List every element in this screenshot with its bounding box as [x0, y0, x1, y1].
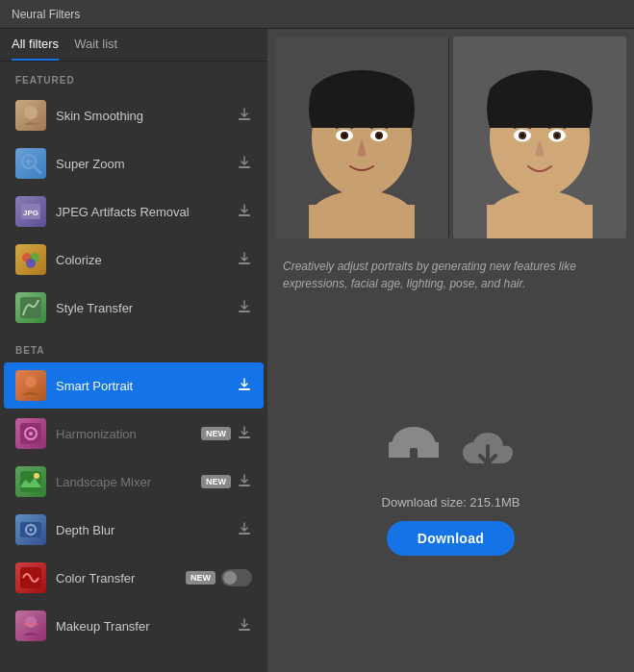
- tabs-container: All filters Wait list: [0, 29, 267, 62]
- download-icon-style-transfer: [237, 299, 252, 317]
- svg-point-41: [342, 134, 346, 137]
- filter-item-depth-blur[interactable]: Depth Blur: [4, 507, 264, 553]
- main-content: Creatively adjust portraits by generatin…: [267, 29, 634, 672]
- badge-new-color-transfer: New: [186, 571, 216, 585]
- section-label-featured: FEATURED: [0, 62, 267, 91]
- svg-point-30: [25, 616, 37, 628]
- filter-icon-color-transfer: [15, 562, 46, 593]
- filter-item-landscape-mixer[interactable]: Landscape Mixer New: [4, 459, 264, 505]
- download-icon-harmonization: [237, 425, 252, 443]
- download-icon-jpeg-artifacts: [237, 203, 252, 221]
- svg-rect-61: [526, 176, 532, 193]
- filter-item-style-transfer[interactable]: Style Transfer: [4, 285, 264, 331]
- filter-name-jpeg-artifacts: JPEG Artifacts Removal: [56, 205, 237, 219]
- download-button[interactable]: Download: [387, 521, 515, 556]
- filter-item-super-zoom[interactable]: Super Zoom: [4, 140, 264, 187]
- filter-name-super-zoom: Super Zoom: [56, 157, 237, 171]
- download-icon-colorize: [237, 251, 252, 269]
- preview-image-original: [275, 37, 449, 238]
- download-icon-depth-blur: [237, 521, 252, 539]
- svg-rect-13: [239, 262, 250, 264]
- filter-name-color-transfer: Color Transfer: [56, 571, 186, 585]
- filter-icon-colorize: [15, 244, 46, 275]
- filter-name-makeup-transfer: Makeup Transfer: [56, 619, 237, 634]
- filter-name-colorize: Colorize: [56, 253, 237, 267]
- svg-marker-69: [402, 460, 425, 471]
- title-bar: Neural Filters: [0, 0, 634, 29]
- svg-rect-1: [239, 118, 250, 120]
- filter-item-smart-portrait[interactable]: Smart Portrait: [4, 362, 264, 409]
- svg-rect-15: [239, 311, 250, 312]
- filter-name-landscape-mixer: Landscape Mixer: [56, 475, 201, 489]
- filter-icon-harmonization: [15, 418, 46, 449]
- preview-image-processed: [453, 37, 627, 238]
- svg-point-44: [377, 134, 381, 137]
- super-zoom-icon-svg: [17, 150, 44, 177]
- badge-new-harmonization: New: [201, 427, 231, 440]
- svg-rect-46: [348, 176, 354, 193]
- svg-point-27: [30, 529, 33, 532]
- svg-rect-63: [542, 174, 547, 193]
- svg-rect-6: [239, 166, 250, 168]
- toggle-color-transfer[interactable]: [221, 569, 252, 586]
- svg-point-20: [29, 432, 33, 436]
- filter-item-color-transfer[interactable]: Color Transfer New: [4, 555, 264, 601]
- tab-all-filters[interactable]: All filters: [12, 37, 59, 61]
- filter-icon-style-transfer: [15, 292, 46, 323]
- filter-item-jpeg-artifacts[interactable]: JPG JPEG Artifacts Removal: [4, 188, 264, 235]
- filter-name-skin-smoothing: Skin Smoothing: [56, 109, 237, 123]
- svg-rect-36: [309, 205, 415, 238]
- makeup-transfer-icon-svg: [17, 612, 44, 639]
- description-area: Creatively adjust portraits by generatin…: [267, 246, 634, 304]
- title-bar-text: Neural Filters: [12, 8, 80, 21]
- svg-point-56: [520, 134, 524, 137]
- badge-new-landscape-mixer: New: [201, 475, 231, 488]
- cloud-download-icon-svg: [383, 421, 444, 473]
- download-icon-landscape-mixer: [237, 473, 252, 491]
- svg-rect-51: [487, 205, 593, 238]
- preview-area: [267, 29, 634, 246]
- filter-icon-landscape-mixer: [15, 466, 46, 497]
- filter-icon-makeup-transfer: [15, 610, 46, 641]
- svg-point-16: [25, 376, 37, 387]
- svg-line-3: [34, 166, 40, 173]
- style-transfer-icon-svg: [17, 294, 44, 321]
- tab-wait-list[interactable]: Wait list: [74, 37, 117, 61]
- description-text: Creatively adjust portraits by generatin…: [283, 260, 576, 290]
- svg-point-12: [26, 259, 36, 268]
- cloud-download-overlay-svg: [457, 421, 519, 473]
- filter-name-depth-blur: Depth Blur: [56, 523, 237, 537]
- filter-item-makeup-transfer[interactable]: Makeup Transfer: [4, 603, 264, 649]
- smart-portrait-icon-svg: [17, 372, 44, 399]
- filter-name-smart-portrait: Smart Portrait: [56, 379, 237, 393]
- svg-rect-9: [239, 214, 250, 216]
- portrait-processed-svg: [453, 37, 626, 238]
- svg-rect-21: [239, 436, 250, 438]
- download-icon-makeup-transfer: [237, 617, 252, 635]
- filter-icon-super-zoom: [15, 148, 46, 179]
- sidebar: All filters Wait list FEATURED Skin Smoo…: [0, 29, 267, 672]
- landscape-mixer-icon-svg: [17, 468, 44, 495]
- download-size-text: Download size: 215.1MB: [382, 495, 520, 510]
- svg-point-23: [34, 473, 39, 479]
- svg-rect-33: [239, 629, 250, 631]
- filter-item-harmonization[interactable]: Harmonization New: [4, 411, 264, 457]
- svg-rect-28: [239, 533, 250, 535]
- svg-rect-24: [239, 485, 250, 486]
- section-label-beta: BETA: [0, 332, 267, 361]
- filter-item-skin-smoothing[interactable]: Skin Smoothing: [4, 92, 264, 138]
- depth-blur-icon-svg: [17, 516, 44, 543]
- svg-point-59: [555, 134, 559, 137]
- filter-item-colorize[interactable]: Colorize: [4, 236, 264, 283]
- svg-point-31: [24, 623, 29, 626]
- skin-smoothing-icon-svg: [17, 102, 44, 129]
- svg-rect-47: [356, 174, 362, 193]
- download-cloud-icon: [383, 421, 519, 484]
- download-icon-super-zoom: [237, 155, 252, 173]
- svg-rect-62: [534, 174, 540, 193]
- svg-point-32: [34, 623, 38, 626]
- jpeg-artifacts-icon-svg: JPG: [17, 198, 44, 225]
- svg-rect-17: [239, 388, 250, 390]
- download-area: Download size: 215.1MB Download: [267, 304, 634, 672]
- filter-icon-smart-portrait: [15, 370, 46, 401]
